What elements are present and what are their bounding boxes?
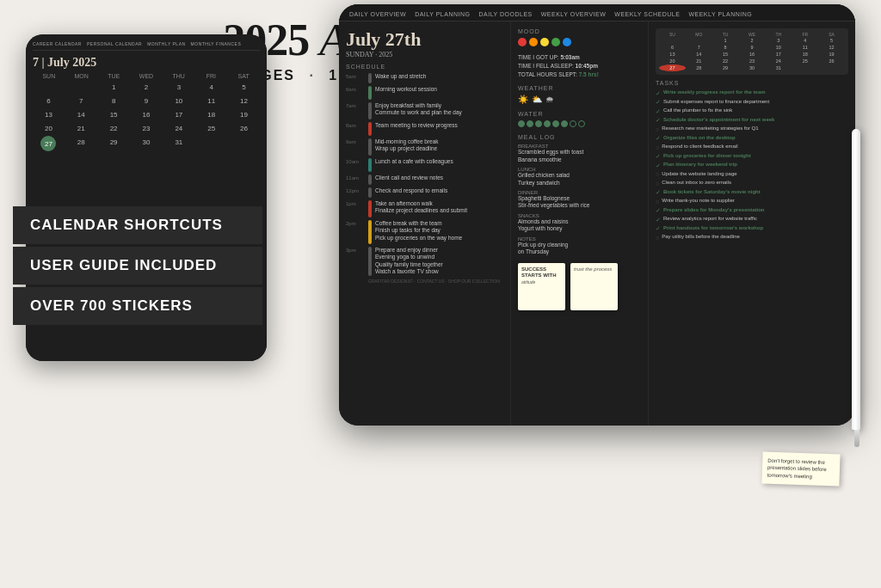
sleep-stats-section: TIME I GOT UP: 5:03am TIME I FELL ASLEEP…	[518, 53, 641, 78]
badge-stickers: OVER 700 STICKERS	[13, 287, 262, 325]
subtitle-dot1: ·	[309, 68, 314, 83]
water-section: WATER	[518, 111, 641, 127]
task-3: ✓ Call the plumber to fix the sink	[656, 107, 848, 115]
meal-breakfast: BREAKFAST Scrambled eggs with toastBanan…	[518, 144, 641, 163]
task-10: ○ Update the website landing page	[656, 171, 848, 179]
mini-calendar: SU MO TU WE TH FR SA 1 2 3 4	[656, 28, 848, 75]
planner-nav: DAILY OVERVIEW DAILY PLANNING DAILY DOOD…	[339, 4, 855, 21]
sched-9am: 9am Mid-morning coffee breakWrap up proj…	[346, 138, 503, 156]
task-13: ○ Write thank-you note to supplier	[656, 198, 848, 205]
monthly-calendar-grid: SUN MON TUE WED THU FRI SAT 1 2 3 4 5 6 …	[33, 73, 260, 151]
sched-11am: 11am Client call and review notes	[346, 175, 503, 185]
meal-dinner: DINNER Spaghetti BologneseStir-fried veg…	[518, 190, 641, 210]
meal-log-section: MEAL LOG BREAKFAST Scrambled eggs with t…	[518, 134, 641, 255]
badge-calendar-shortcuts: CALENDAR SHORTCUTS	[13, 206, 262, 244]
note-card-trust: trust the process	[570, 263, 618, 310]
sched-12pm: 12pm Check and respond to emails	[346, 187, 503, 198]
task-6: ✓ Organize files on the desktop	[656, 135, 848, 143]
task-2: ✓ Submit expenses report to finance depa…	[656, 99, 848, 107]
sched-3pm: 3pm Prepare and enjoy dinnerEvening yoga…	[346, 247, 503, 276]
sched-8am: 8am Team meeting to review progress	[346, 122, 503, 136]
sched-6am: 6am Morning workout session	[346, 86, 503, 100]
right-tablet: DAILY OVERVIEW DAILY PLANNING DAILY DOOD…	[339, 4, 855, 426]
sched-2pm: 2pm Coffee break with the teamFinish up …	[346, 220, 503, 244]
note-card-success: SUCCESS STARTS WITH attitude	[518, 263, 565, 310]
planner-date: July 27th SUNDAY · 2025	[346, 28, 503, 58]
feature-badges: CALENDAR SHORTCUTS USER GUIDE INCLUDED O…	[13, 206, 262, 328]
badge-user-guide: USER GUIDE INCLUDED	[13, 247, 262, 285]
task-8: ✓ Pick up groceries for dinner tonight	[656, 153, 848, 161]
task-17: ○ Pay utility bills before the deadline	[656, 234, 848, 242]
left-tablet-date: 7 | July 2025	[33, 56, 260, 70]
task-15: ✓ Review analytics report for website tr…	[656, 216, 848, 224]
task-7: ○ Respond to client feedback email	[656, 144, 848, 151]
sched-5am: 5am Wake up and stretch	[346, 73, 503, 83]
mood-section: MOOD	[518, 28, 641, 46]
task-16: ✓ Print handouts for tomorrow's workshop	[656, 225, 848, 233]
task-12: ✓ Book tickets for Saturday's movie nigh…	[656, 189, 848, 197]
planner-mid-col: MOOD TIME I GOT UP: 5:03am TI	[511, 21, 649, 426]
weather-section: WEATHER ☀️ ⛅ 🌧	[518, 85, 641, 104]
meal-notes: NOTES Pick up dry cleaningon Thursday	[518, 236, 641, 256]
sticky-note: Don't forget to review the presentation …	[761, 451, 840, 486]
task-1: ✓ Write weekly progress report for the t…	[656, 89, 848, 97]
sched-1pm: 1pm Take an afternoon walkFinalize proje…	[346, 200, 503, 217]
left-tablet-nav: CAREER CALENDAR PERSONAL CALENDAR MONTHL…	[33, 41, 260, 51]
sched-10am: 10am Lunch at a cafe with colleagues	[346, 158, 503, 172]
task-9: ✓ Plan itinerary for weekend trip	[656, 162, 848, 169]
note-cards: SUCCESS STARTS WITH attitude trust the p…	[518, 263, 641, 310]
sched-footer: GRAFITAR DESIGNS© · CONTACT US · SHOP OU…	[346, 279, 503, 285]
sched-7am: 7am Enjoy breakfast with familyCommute t…	[346, 102, 503, 119]
tasks-section: TASKS ✓ Write weekly progress report for…	[656, 80, 848, 243]
planner-tasks-col: SU MO TU WE TH FR SA 1 2 3 4	[649, 21, 855, 426]
meal-lunch: LUNCH Grilled chicken saladTurkey sandwi…	[518, 167, 641, 187]
task-5: ○ Research new marketing strategies for …	[656, 126, 848, 133]
meal-snacks: SNACKS Almonds and raisinsYogurt with ho…	[518, 213, 641, 233]
task-11: ○ Clean out inbox to zero emails	[656, 180, 848, 187]
task-4: ✓ Schedule doctor's appointment for next…	[656, 117, 848, 125]
task-14: ✓ Prepare slides for Monday's presentati…	[656, 207, 848, 215]
planner-schedule-col: July 27th SUNDAY · 2025 SCHEDULE 5am Wak…	[339, 21, 511, 426]
stylus	[852, 129, 862, 456]
